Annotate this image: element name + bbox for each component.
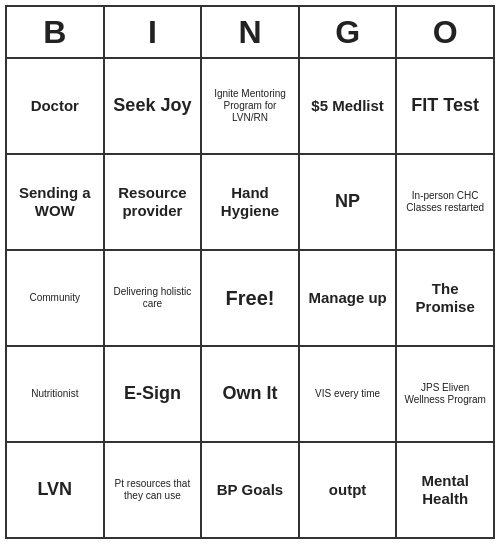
bingo-row: DoctorSeek JoyIgnite Mentoring Program f… bbox=[7, 59, 493, 155]
header-letter: G bbox=[300, 7, 398, 57]
bingo-cell: JPS Eliven Wellness Program bbox=[397, 347, 493, 441]
bingo-cell: In-person CHC Classes restarted bbox=[397, 155, 493, 249]
bingo-cell: Sending a WOW bbox=[7, 155, 105, 249]
bingo-cell: FIT Test bbox=[397, 59, 493, 153]
bingo-cell: VIS every time bbox=[300, 347, 398, 441]
bingo-row: NutritionistE-SignOwn ItVIS every timeJP… bbox=[7, 347, 493, 443]
bingo-cell: Free! bbox=[202, 251, 300, 345]
bingo-cell: The Promise bbox=[397, 251, 493, 345]
bingo-cell: BP Goals bbox=[202, 443, 300, 537]
bingo-cell: E-Sign bbox=[105, 347, 203, 441]
bingo-cell: Mental Health bbox=[397, 443, 493, 537]
bingo-cell: Ignite Mentoring Program for LVN/RN bbox=[202, 59, 300, 153]
header-letter: I bbox=[105, 7, 203, 57]
header-letter: B bbox=[7, 7, 105, 57]
bingo-cell: Seek Joy bbox=[105, 59, 203, 153]
bingo-cell: Own It bbox=[202, 347, 300, 441]
bingo-cell: NP bbox=[300, 155, 398, 249]
bingo-row: LVNPt resources that they can useBP Goal… bbox=[7, 443, 493, 537]
bingo-cell: Pt resources that they can use bbox=[105, 443, 203, 537]
bingo-grid: DoctorSeek JoyIgnite Mentoring Program f… bbox=[7, 59, 493, 537]
bingo-cell: Resource provider bbox=[105, 155, 203, 249]
bingo-cell: $5 Medlist bbox=[300, 59, 398, 153]
bingo-cell: LVN bbox=[7, 443, 105, 537]
bingo-row: Sending a WOWResource providerHand Hygie… bbox=[7, 155, 493, 251]
bingo-cell: Nutritionist bbox=[7, 347, 105, 441]
bingo-header: BINGO bbox=[7, 7, 493, 59]
bingo-cell: Delivering holistic care bbox=[105, 251, 203, 345]
bingo-cell: Doctor bbox=[7, 59, 105, 153]
bingo-cell: Hand Hygiene bbox=[202, 155, 300, 249]
header-letter: N bbox=[202, 7, 300, 57]
bingo-cell: outpt bbox=[300, 443, 398, 537]
bingo-cell: Community bbox=[7, 251, 105, 345]
header-letter: O bbox=[397, 7, 493, 57]
bingo-card: BINGO DoctorSeek JoyIgnite Mentoring Pro… bbox=[5, 5, 495, 539]
bingo-cell: Manage up bbox=[300, 251, 398, 345]
bingo-row: CommunityDelivering holistic careFree!Ma… bbox=[7, 251, 493, 347]
